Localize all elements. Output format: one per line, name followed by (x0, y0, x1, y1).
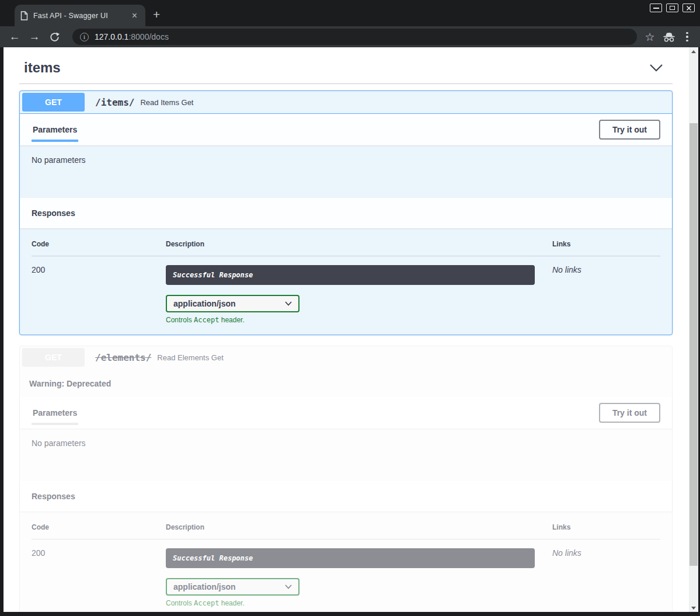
no-parameters-message: No parameters (20, 429, 672, 481)
response-code: 200 (32, 265, 166, 324)
code-column-header: Code (32, 523, 166, 531)
page-content: items GET /items/ Read Items Get Paramet… (4, 47, 689, 612)
operation-path: /items/ (92, 97, 140, 108)
method-badge: GET (22, 348, 85, 367)
responses-table: Code Description Links 200 Successful Re… (20, 228, 672, 335)
toolbar-right: ☆ (643, 30, 693, 44)
media-type-select[interactable]: application/json (166, 295, 299, 312)
incognito-icon (662, 32, 676, 43)
media-type-select[interactable]: application/json (166, 578, 299, 596)
page-scrollbar (689, 47, 698, 612)
description-column-header: Description (166, 240, 552, 248)
response-code: 200 (32, 548, 166, 607)
operation-summary[interactable]: GET /items/ Read Items Get (20, 91, 672, 114)
url-path: :8000/docs (128, 32, 169, 41)
method-badge: GET (22, 93, 85, 112)
browser-toolbar: ← → i 127.0.0.1:8000/docs ☆ (0, 26, 700, 47)
back-icon[interactable]: ← (7, 29, 22, 44)
tab-strip: Fast API - Swagger UI × + (0, 0, 700, 26)
minimize-button[interactable] (650, 4, 662, 12)
try-it-out-button[interactable]: Try it out (599, 120, 660, 140)
accept-header-hint: Controls Accept header. (166, 316, 535, 324)
response-row: 200 Successful Response application/json… (32, 540, 660, 607)
responses-table: Code Description Links 200 Successful Re… (20, 511, 672, 612)
responses-title: Responses (32, 208, 75, 218)
deprecated-warning: Warning: Deprecated (20, 368, 672, 397)
response-description: Successful Response (166, 265, 535, 285)
bookmark-star-icon[interactable]: ☆ (643, 30, 657, 44)
select-chevron-icon (285, 301, 292, 306)
operation-description: Read Items Get (140, 98, 193, 107)
try-it-out-button[interactable]: Try it out (599, 403, 660, 423)
responses-table-head: Code Description Links (32, 523, 660, 540)
maximize-button[interactable] (666, 4, 678, 12)
responses-header: Responses (20, 198, 672, 228)
new-tab-button[interactable]: + (153, 8, 160, 22)
opblock-get-items: GET /items/ Read Items Get Parameters Tr… (19, 91, 673, 335)
response-links: No links (552, 265, 660, 324)
page-document-icon (20, 11, 28, 20)
media-type-value: application/json (173, 582, 236, 591)
scrollbar-down-arrow[interactable] (689, 604, 698, 612)
responses-table-head: Code Description Links (32, 240, 660, 256)
site-info-icon[interactable]: i (80, 33, 89, 41)
swagger-ui: items GET /items/ Read Items Get Paramet… (4, 47, 689, 612)
tag-section-header[interactable]: items (19, 52, 673, 84)
chevron-down-icon[interactable] (649, 64, 663, 72)
tab-title: Fast API - Swagger UI (33, 12, 130, 20)
code-column-header: Code (32, 240, 166, 248)
scrollbar-up-arrow[interactable] (689, 47, 698, 55)
operation-summary[interactable]: GET /elements/ Read Elements Get (20, 346, 672, 368)
browser-window: { "window": { "tab": { "title": "Fast AP… (0, 0, 700, 616)
description-column-header: Description (166, 523, 552, 531)
parameters-tab[interactable]: Parameters (32, 401, 78, 425)
url-host: 127.0.0.1 (95, 32, 128, 41)
no-parameters-message: No parameters (20, 145, 672, 198)
accept-header-hint: Controls Accept header. (166, 599, 535, 607)
operation-description: Read Elements Get (157, 353, 223, 362)
responses-header: Responses (20, 481, 672, 511)
links-column-header: Links (552, 523, 660, 531)
response-links: No links (552, 548, 660, 607)
media-type-value: application/json (173, 299, 236, 308)
tab-close-icon[interactable]: × (130, 11, 140, 21)
response-description-cell: Successful Response application/json Con… (166, 265, 552, 324)
reload-icon[interactable] (47, 29, 62, 44)
scrollbar-thumb[interactable] (689, 123, 698, 566)
tag-title: items (24, 60, 61, 76)
address-bar[interactable]: i 127.0.0.1:8000/docs (72, 29, 637, 45)
responses-title: Responses (32, 492, 75, 501)
parameters-tab[interactable]: Parameters (32, 117, 78, 142)
operation-path: /elements/ (92, 352, 157, 363)
close-button[interactable] (682, 4, 695, 12)
select-chevron-icon (285, 584, 292, 589)
response-description-cell: Successful Response application/json Con… (166, 548, 552, 607)
response-description: Successful Response (166, 548, 535, 568)
browser-menu-icon[interactable] (681, 30, 693, 44)
parameters-header: Parameters Try it out (20, 397, 672, 429)
browser-tab[interactable]: Fast API - Swagger UI × (15, 5, 145, 26)
forward-icon[interactable]: → (27, 29, 42, 44)
response-row: 200 Successful Response application/json… (32, 256, 660, 324)
links-column-header: Links (552, 240, 660, 248)
opblock-get-elements-deprecated: GET /elements/ Read Elements Get Warning… (19, 346, 673, 612)
window-controls (650, 4, 695, 12)
parameters-header: Parameters Try it out (20, 114, 672, 145)
